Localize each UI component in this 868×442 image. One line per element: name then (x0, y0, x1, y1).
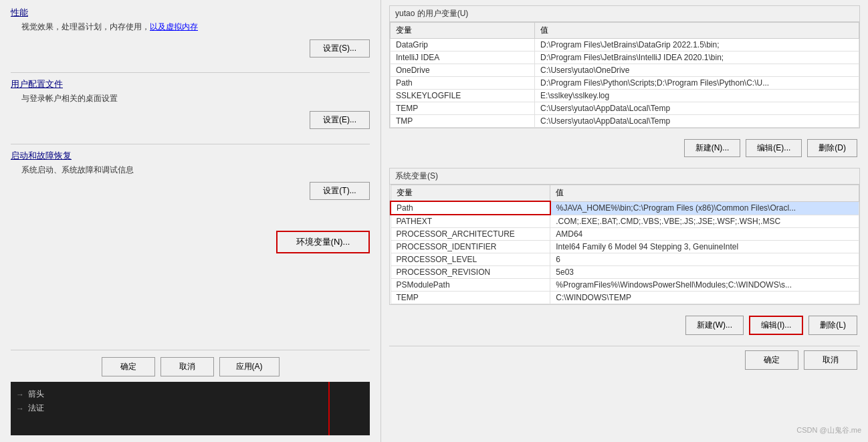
left-panel: 性能 视觉效果，处理器计划，内存使用，以及虚拟内存 设置(S)... 用户配置文… (0, 0, 381, 442)
sys-var-name: TEMP (391, 292, 550, 304)
env-btn-row: 环境变量(N)... (11, 231, 370, 253)
user-new-button[interactable]: 新建(N)... (684, 139, 741, 157)
arrow-item-1: → 箭头 (16, 387, 364, 401)
performance-title[interactable]: 性能 (11, 7, 370, 19)
user-var-value: C:\Users\yutao\OneDrive (535, 64, 859, 77)
user-var-value: D:\Program Files\JetBrains\IntelliJ IDEA… (535, 51, 859, 64)
sys-table-row[interactable]: PROCESSOR_ARCHITECTUREAMD64 (391, 228, 859, 241)
user-profile-desc: 与登录帐户相关的桌面设置 (21, 93, 370, 104)
startup-title[interactable]: 启动和故障恢复 (11, 150, 370, 162)
startup-settings-button[interactable]: 设置(T)... (310, 182, 370, 200)
left-ok-button[interactable]: 确定 (102, 357, 155, 376)
left-bottom-buttons: 确定 取消 应用(A) (11, 350, 370, 376)
sys-table-row[interactable]: PROCESSOR_LEVEL6 (391, 253, 859, 266)
user-vars-table: 变量 值 DataGripD:\Program Files\JetBrains\… (390, 22, 859, 128)
user-profile-section: 用户配置文件 与登录帐户相关的桌面设置 设置(E)... (11, 78, 370, 140)
user-table-row[interactable]: IntelliJ IDEAD:\Program Files\JetBrains\… (391, 51, 859, 64)
user-col-val: 值 (535, 23, 859, 39)
user-vars-section: yutao 的用户变量(U) 变量 值 DataGripD:\Program F… (389, 5, 860, 128)
user-table-row[interactable]: DataGripD:\Program Files\JetBrains\DataG… (391, 39, 859, 51)
left-cancel-button[interactable]: 取消 (160, 357, 214, 376)
sys-var-name: PATHEXT (391, 215, 550, 228)
user-var-name: TEMP (391, 102, 535, 115)
user-var-value: D:\Program Files\JetBrains\DataGrip 2022… (535, 39, 859, 51)
sys-var-name: Path (391, 201, 550, 215)
user-table-row[interactable]: OneDriveC:\Users\yutao\OneDrive (391, 64, 859, 77)
sys-var-name: PROCESSOR_IDENTIFIER (391, 241, 550, 253)
sys-table-row[interactable]: PSModulePath%ProgramFiles%\WindowsPowerS… (391, 279, 859, 292)
user-var-name: DataGrip (391, 39, 535, 51)
sys-var-name: PROCESSOR_LEVEL (391, 253, 550, 266)
user-profile-title[interactable]: 用户配置文件 (11, 78, 370, 90)
user-table-row[interactable]: TMPC:\Users\yutao\AppData\Local\Temp (391, 115, 859, 128)
divider-2 (11, 144, 370, 144)
sys-col-val: 值 (550, 185, 859, 202)
sys-var-value: %JAVA_HOME%\bin;C:\Program Files (x86)\C… (550, 201, 859, 215)
sys-var-value: .COM;.EXE;.BAT;.CMD;.VBS;.VBE;.JS;.JSE;.… (550, 215, 859, 228)
startup-section: 启动和故障恢复 系统启动、系统故障和调试信息 设置(T)... (11, 150, 370, 211)
right-bottom-buttons: 确定 取消 (389, 346, 860, 374)
sys-new-button[interactable]: 新建(W)... (685, 316, 744, 335)
right-panel: yutao 的用户变量(U) 变量 值 DataGripD:\Program F… (381, 0, 868, 442)
sys-table-row[interactable]: PATHEXT.COM;.EXE;.BAT;.CMD;.VBS;.VBE;.JS… (391, 215, 859, 228)
sys-action-buttons: 新建(W)... 编辑(I)... 删除(L) (389, 312, 860, 339)
arrow-label-2: 法证 (28, 403, 44, 414)
sys-var-name: PROCESSOR_REVISION (391, 266, 550, 279)
user-var-value: E:\sslkey\sslkey.log (535, 90, 859, 102)
user-table-row[interactable]: PathD:\Program Files\Python\Scripts;D:\P… (391, 77, 859, 90)
user-var-name: OneDrive (391, 64, 535, 77)
startup-desc: 系统启动、系统故障和调试信息 (21, 164, 370, 176)
sys-var-value: AMD64 (550, 228, 859, 241)
sys-var-value: %ProgramFiles%\WindowsPowerShell\Modules… (550, 279, 859, 292)
sys-var-name: PROCESSOR_ARCHITECTURE (391, 228, 550, 241)
sys-vars-section: 系统变量(S) 变量 值 Path%JAVA_HOME%\bin;C:\Prog… (389, 168, 860, 305)
sys-table-row[interactable]: PROCESSOR_REVISION5e03 (391, 266, 859, 279)
arrow-item-2: → 法证 (16, 401, 364, 415)
user-table-row[interactable]: SSLKEYLOGFILEE:\sslkey\sslkey.log (391, 90, 859, 102)
user-action-buttons: 新建(N)... 编辑(E)... 删除(D) (389, 135, 860, 161)
user-vars-header: yutao 的用户变量(U) (390, 6, 859, 22)
env-variables-button[interactable]: 环境变量(N)... (276, 231, 370, 253)
user-var-name: Path (391, 77, 535, 90)
user-table-row[interactable]: TEMPC:\Users\yutao\AppData\Local\Temp (391, 102, 859, 115)
user-var-value: C:\Users\yutao\AppData\Local\Temp (535, 102, 859, 115)
arrow-icon-2: → (16, 404, 24, 413)
performance-section: 性能 视觉效果，处理器计划，内存使用，以及虚拟内存 设置(S)... (11, 7, 370, 68)
performance-desc: 视觉效果，处理器计划，内存使用，以及虚拟内存 (21, 21, 370, 33)
arrow-icon-1: → (16, 390, 24, 399)
user-var-value: D:\Program Files\Python\Scripts;D:\Progr… (535, 77, 859, 90)
sys-vars-header: 系统变量(S) (390, 169, 859, 185)
sys-table-row[interactable]: Path%JAVA_HOME%\bin;C:\Program Files (x8… (391, 201, 859, 215)
performance-settings-button[interactable]: 设置(S)... (310, 39, 370, 58)
sys-var-value: Intel64 Family 6 Model 94 Stepping 3, Ge… (550, 241, 859, 253)
user-profile-settings-button[interactable]: 设置(E)... (310, 111, 370, 129)
sys-table-row[interactable]: PROCESSOR_IDENTIFIERIntel64 Family 6 Mod… (391, 241, 859, 253)
user-delete-button[interactable]: 删除(D) (807, 139, 857, 157)
user-var-name: IntelliJ IDEA (391, 51, 535, 64)
arrow-label-1: 箭头 (28, 389, 44, 400)
sys-var-value: 6 (550, 253, 859, 266)
sys-vars-table: 变量 值 Path%JAVA_HOME%\bin;C:\Program File… (390, 185, 859, 304)
user-var-value: C:\Users\yutao\AppData\Local\Temp (535, 115, 859, 128)
user-var-name: SSLKEYLOGFILE (391, 90, 535, 102)
sys-table-row[interactable]: TEMPC:\WINDOWS\TEMP (391, 292, 859, 304)
below-area: → 箭头 → 法证 (11, 382, 370, 435)
right-ok-button[interactable]: 确定 (745, 350, 798, 370)
sys-delete-button[interactable]: 删除(L) (808, 316, 857, 335)
right-cancel-button[interactable]: 取消 (804, 350, 857, 370)
user-col-var: 变量 (391, 23, 535, 39)
sys-var-name: PSModulePath (391, 279, 550, 292)
watermark: CSDN @山鬼谷.me (796, 425, 861, 435)
user-edit-button[interactable]: 编辑(E)... (746, 139, 802, 157)
divider-1 (11, 72, 370, 73)
sys-var-value: C:\WINDOWS\TEMP (550, 292, 859, 304)
user-var-name: TMP (391, 115, 535, 128)
left-apply-button[interactable]: 应用(A) (219, 357, 280, 376)
sys-var-value: 5e03 (550, 266, 859, 279)
red-line-decoration (328, 382, 330, 435)
sys-col-var: 变量 (391, 185, 550, 202)
sys-edit-button[interactable]: 编辑(I)... (749, 316, 803, 335)
